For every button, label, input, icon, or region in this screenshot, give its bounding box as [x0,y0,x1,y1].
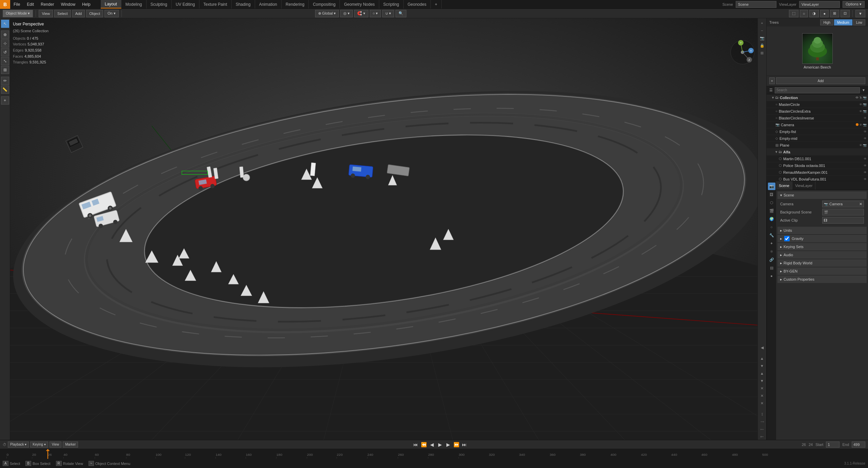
prev-frame-btn[interactable]: ⏪ [420,441,427,448]
cursor-tool[interactable]: ⊕ [1,31,9,39]
camera-value[interactable]: 📷 Camera ✕ [822,201,864,207]
props-tab-viewlayer[interactable]: ViewLayer [792,181,815,190]
view-camera-btn[interactable]: 📷 [759,35,766,41]
render-icon2[interactable]: 📷 [863,103,867,106]
frame-end-input[interactable] [852,442,865,448]
menu-file[interactable]: File [10,0,23,8]
vis-icon7[interactable]: 👁 [859,144,862,147]
quad-view-btn[interactable]: ⊞ [759,50,766,56]
scene-section-header[interactable]: ▾ Scene [777,191,867,199]
nav-up2[interactable]: ▲ [759,370,766,377]
zoom-in-btn[interactable]: + [759,20,766,26]
tab-scripting[interactable]: Scripting [379,0,404,8]
quality-low-btn[interactable]: Low [853,19,865,25]
props-tab-scene[interactable]: Scene [776,181,792,190]
outliner-item-bus[interactable]: ⬡ Bus VDL BoviaFutura.001 👁 [767,176,868,181]
tab-shading[interactable]: Shading [232,0,255,8]
props-icon-particles[interactable]: ✦ [768,240,775,247]
tab-geometry-nodes[interactable]: Geometry Nodes [340,0,379,8]
outliner-item-blastercircles[interactable]: ○ BlasterCirclesExtra 👁📷 [767,108,868,115]
timeline-clock-icon[interactable]: ⏱ [3,443,6,447]
jump-end-btn[interactable]: ⏭ [461,441,468,448]
jump-start-btn[interactable]: ⏮ [412,441,419,448]
outliner-item-emptyfist[interactable]: ◇ Empty-fist 👁 [767,128,868,135]
next-frame-btn[interactable]: ⏩ [453,441,460,448]
tab-rendering[interactable]: Rendering [282,0,309,8]
props-icon-data[interactable]: ▤ [768,264,775,272]
nav-x[interactable]: ✕ [759,385,766,392]
mode-selector[interactable]: Object Mode ▾ [3,10,33,17]
transform-tool[interactable]: ⊞ [1,66,9,74]
search-btn[interactable]: 🔍 [396,10,406,17]
object-menu[interactable]: Object [86,10,103,17]
outliner-filter-icon[interactable]: ▼ [862,88,865,92]
options-button[interactable]: Options ▾ [843,1,865,8]
on-btn[interactable]: On ▾ [104,10,119,17]
outliner-item-mastercircle[interactable]: ○ MasterCircle 👁📷 [767,101,868,108]
viewport-shading-4[interactable]: ● [820,10,829,17]
sidebar-toggle[interactable]: ◀ [759,344,766,351]
tab-uv-editing[interactable]: UV Editing [172,0,199,8]
vis-r[interactable]: 👁 [864,171,867,174]
outliner-search[interactable] [775,87,860,93]
rend-icon7[interactable]: 📷 [863,144,867,147]
vis-m[interactable]: 👁 [864,157,867,161]
nav-z[interactable]: ✕ [759,400,766,407]
props-icon-object[interactable]: ○ [768,223,775,231]
select-menu[interactable]: Select [54,10,71,17]
viewport-shading-3[interactable]: ◑ [809,10,819,17]
bygen-header[interactable]: ▸ BY-GEN [777,267,867,275]
navigation-gizmo[interactable]: X Y Z [729,39,756,66]
outliner-item-plane[interactable]: ▤ Plane 👁📷 [767,142,868,149]
keying-menu[interactable]: Keying ▾ [30,442,48,448]
tab-modeling[interactable]: Modeling [121,0,147,8]
props-icon-render[interactable]: 📷 [768,183,775,190]
rend-icon4[interactable]: 📷 [863,123,867,127]
annotate-tool[interactable]: ✏ [1,77,9,85]
props-icon-constraints[interactable]: 🔗 [768,256,775,263]
vis-icon3[interactable]: 👁 [864,116,867,120]
timeline-ruler[interactable]: 0 20 26 40 60 80 100 120 140 160 180 200… [0,449,868,459]
tab-texture-paint[interactable]: Texture Paint [199,0,232,8]
props-icon-scene[interactable]: 🎬 [768,207,775,214]
tab-sculpting[interactable]: Sculpting [147,0,172,8]
view-lock-btn[interactable]: 🔒 [759,42,766,49]
vis-icon6[interactable]: 👁 [864,137,867,140]
bg-scene-value[interactable]: 🎬 [822,209,864,216]
render-icon[interactable]: 📷 [863,96,867,99]
units-header[interactable]: ▸ Units [777,227,867,234]
active-clip-value[interactable]: 🎞 [822,217,864,224]
extra-1[interactable]: ⟟ [759,411,766,417]
nav-y[interactable]: ✕ [759,392,766,399]
quality-medium-btn[interactable]: Medium [834,19,852,25]
view-menu-tl[interactable]: View [50,442,62,448]
props-icon-material[interactable]: ● [768,272,775,280]
outliner-item-alfa-collection[interactable]: ▾ 🗂 Alfa [767,149,868,155]
filter-btn[interactable]: ▼ [855,10,865,17]
nav-down[interactable]: ▼ [759,362,766,369]
gravity-header[interactable]: ▸ Gravity [777,235,867,242]
add-tool[interactable]: + [1,96,9,105]
viewport[interactable]: User Perspective (26) Scene Collection O… [10,18,766,440]
quality-high-btn[interactable]: High [820,19,833,25]
scale-tool[interactable]: ⤡ [1,57,9,65]
menu-help[interactable]: Help [79,0,94,8]
tab-compositing[interactable]: Compositing [309,0,340,8]
select-tool[interactable]: ↖ [1,20,9,28]
scene-input[interactable] [736,1,776,8]
zoom-out-btn[interactable]: − [759,27,766,34]
viewlayer-input[interactable] [799,1,840,8]
add-menu[interactable]: Add [72,10,85,17]
vis-icon5[interactable]: 👁 [864,130,867,133]
tree-add-btn[interactable]: Add [776,77,865,84]
outliner-item-police[interactable]: ⬡ Police Skoda octavia.001 👁 [767,162,868,169]
falloff-type[interactable]: ∪ ▾ [382,10,394,17]
nav-up[interactable]: ▲ [759,355,766,362]
menu-render[interactable]: Render [37,0,57,8]
vis-p[interactable]: 👁 [864,164,867,167]
viewport-shading-2[interactable]: ○ [800,10,808,17]
pivot-center[interactable]: ◎ ▾ [340,10,353,17]
tab-layout[interactable]: Layout [101,0,121,8]
play-btn[interactable]: ▶ [437,441,443,448]
snap-toggle[interactable]: 🧲 ▾ [354,10,368,17]
